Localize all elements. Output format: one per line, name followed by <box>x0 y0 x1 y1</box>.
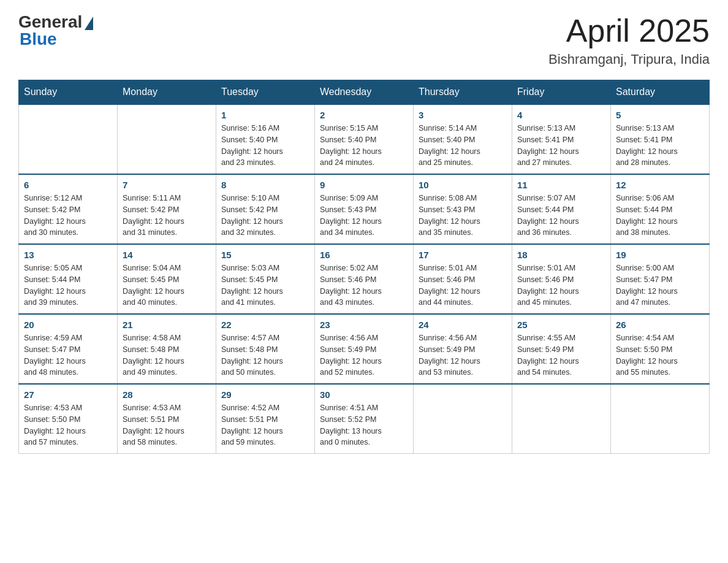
calendar-cell: 17Sunrise: 5:01 AMSunset: 5:46 PMDayligh… <box>414 244 512 314</box>
calendar-cell: 11Sunrise: 5:07 AMSunset: 5:44 PMDayligh… <box>512 174 611 244</box>
day-info: Sunrise: 4:51 AMSunset: 5:52 PMDaylight:… <box>320 402 408 448</box>
day-number: 25 <box>517 320 605 330</box>
week-row-1: 1Sunrise: 5:16 AMSunset: 5:40 PMDaylight… <box>19 104 710 174</box>
day-info: Sunrise: 5:13 AMSunset: 5:41 PMDaylight:… <box>616 123 704 169</box>
header-friday: Friday <box>512 80 611 105</box>
day-number: 21 <box>123 320 211 330</box>
logo: General Blue <box>18 12 93 49</box>
weekday-header-row: SundayMondayTuesdayWednesdayThursdayFrid… <box>19 80 710 105</box>
calendar-cell: 15Sunrise: 5:03 AMSunset: 5:45 PMDayligh… <box>216 244 315 314</box>
day-number: 23 <box>320 320 408 330</box>
calendar-table: SundayMondayTuesdayWednesdayThursdayFrid… <box>18 80 710 454</box>
day-info: Sunrise: 4:53 AMSunset: 5:51 PMDaylight:… <box>123 402 211 448</box>
calendar-cell <box>512 384 611 454</box>
day-info: Sunrise: 5:02 AMSunset: 5:46 PMDaylight:… <box>320 262 408 308</box>
calendar-cell: 4Sunrise: 5:13 AMSunset: 5:41 PMDaylight… <box>512 104 611 174</box>
calendar-cell <box>19 104 118 174</box>
week-row-3: 13Sunrise: 5:05 AMSunset: 5:44 PMDayligh… <box>19 244 710 314</box>
day-number: 2 <box>320 110 408 120</box>
day-info: Sunrise: 4:58 AMSunset: 5:48 PMDaylight:… <box>123 332 211 378</box>
day-info: Sunrise: 5:14 AMSunset: 5:40 PMDaylight:… <box>419 123 507 169</box>
day-number: 13 <box>24 250 112 260</box>
calendar-cell: 29Sunrise: 4:52 AMSunset: 5:51 PMDayligh… <box>216 384 315 454</box>
calendar-cell: 20Sunrise: 4:59 AMSunset: 5:47 PMDayligh… <box>19 314 118 384</box>
day-number: 26 <box>616 320 704 330</box>
calendar-cell: 10Sunrise: 5:08 AMSunset: 5:43 PMDayligh… <box>414 174 512 244</box>
calendar-cell: 25Sunrise: 4:55 AMSunset: 5:49 PMDayligh… <box>512 314 611 384</box>
calendar-cell: 3Sunrise: 5:14 AMSunset: 5:40 PMDaylight… <box>414 104 512 174</box>
day-info: Sunrise: 5:00 AMSunset: 5:47 PMDaylight:… <box>616 262 704 308</box>
day-info: Sunrise: 4:55 AMSunset: 5:49 PMDaylight:… <box>517 332 605 378</box>
day-info: Sunrise: 5:03 AMSunset: 5:45 PMDaylight:… <box>221 262 309 308</box>
day-info: Sunrise: 4:59 AMSunset: 5:47 PMDaylight:… <box>24 332 112 378</box>
page-header: General Blue April 2025 Bishramganj, Tri… <box>18 12 710 67</box>
day-number: 12 <box>616 180 704 190</box>
day-info: Sunrise: 5:01 AMSunset: 5:46 PMDaylight:… <box>517 262 605 308</box>
calendar-cell: 27Sunrise: 4:53 AMSunset: 5:50 PMDayligh… <box>19 384 118 454</box>
day-number: 14 <box>123 250 211 260</box>
day-number: 16 <box>320 250 408 260</box>
day-number: 29 <box>221 389 309 400</box>
calendar-cell <box>118 104 216 174</box>
day-number: 30 <box>320 389 408 400</box>
day-info: Sunrise: 4:56 AMSunset: 5:49 PMDaylight:… <box>419 332 507 378</box>
calendar-cell: 2Sunrise: 5:15 AMSunset: 5:40 PMDaylight… <box>315 104 414 174</box>
day-info: Sunrise: 5:11 AMSunset: 5:42 PMDaylight:… <box>123 193 211 239</box>
header-thursday: Thursday <box>414 80 512 105</box>
day-number: 9 <box>320 180 408 190</box>
day-number: 18 <box>517 250 605 260</box>
calendar-cell: 23Sunrise: 4:56 AMSunset: 5:49 PMDayligh… <box>315 314 414 384</box>
calendar-cell <box>611 384 710 454</box>
day-info: Sunrise: 5:13 AMSunset: 5:41 PMDaylight:… <box>517 123 605 169</box>
day-number: 20 <box>24 320 112 330</box>
day-info: Sunrise: 5:12 AMSunset: 5:42 PMDaylight:… <box>24 193 112 239</box>
calendar-cell: 7Sunrise: 5:11 AMSunset: 5:42 PMDaylight… <box>118 174 216 244</box>
calendar-cell: 30Sunrise: 4:51 AMSunset: 5:52 PMDayligh… <box>315 384 414 454</box>
page-subtitle: Bishramganj, Tripura, India <box>548 52 710 67</box>
day-info: Sunrise: 5:09 AMSunset: 5:43 PMDaylight:… <box>320 193 408 239</box>
calendar-cell: 16Sunrise: 5:02 AMSunset: 5:46 PMDayligh… <box>315 244 414 314</box>
day-info: Sunrise: 5:04 AMSunset: 5:45 PMDaylight:… <box>123 262 211 308</box>
calendar-cell: 9Sunrise: 5:09 AMSunset: 5:43 PMDaylight… <box>315 174 414 244</box>
day-number: 1 <box>221 110 309 120</box>
day-info: Sunrise: 5:16 AMSunset: 5:40 PMDaylight:… <box>221 123 309 169</box>
day-number: 3 <box>419 110 507 120</box>
calendar-cell: 21Sunrise: 4:58 AMSunset: 5:48 PMDayligh… <box>118 314 216 384</box>
day-info: Sunrise: 5:10 AMSunset: 5:42 PMDaylight:… <box>221 193 309 239</box>
day-info: Sunrise: 4:56 AMSunset: 5:49 PMDaylight:… <box>320 332 408 378</box>
title-section: April 2025 Bishramganj, Tripura, India <box>548 12 710 67</box>
day-info: Sunrise: 4:54 AMSunset: 5:50 PMDaylight:… <box>616 332 704 378</box>
day-number: 4 <box>517 110 605 120</box>
day-number: 10 <box>419 180 507 190</box>
calendar-cell: 6Sunrise: 5:12 AMSunset: 5:42 PMDaylight… <box>19 174 118 244</box>
calendar-cell: 5Sunrise: 5:13 AMSunset: 5:41 PMDaylight… <box>611 104 710 174</box>
header-saturday: Saturday <box>611 80 710 105</box>
calendar-cell: 1Sunrise: 5:16 AMSunset: 5:40 PMDaylight… <box>216 104 315 174</box>
day-number: 5 <box>616 110 704 120</box>
calendar-cell: 14Sunrise: 5:04 AMSunset: 5:45 PMDayligh… <box>118 244 216 314</box>
calendar-cell: 8Sunrise: 5:10 AMSunset: 5:42 PMDaylight… <box>216 174 315 244</box>
week-row-5: 27Sunrise: 4:53 AMSunset: 5:50 PMDayligh… <box>19 384 710 454</box>
calendar-cell: 13Sunrise: 5:05 AMSunset: 5:44 PMDayligh… <box>19 244 118 314</box>
day-number: 11 <box>517 180 605 190</box>
calendar-cell: 24Sunrise: 4:56 AMSunset: 5:49 PMDayligh… <box>414 314 512 384</box>
calendar-cell: 28Sunrise: 4:53 AMSunset: 5:51 PMDayligh… <box>118 384 216 454</box>
day-number: 8 <box>221 180 309 190</box>
day-number: 24 <box>419 320 507 330</box>
calendar-cell: 12Sunrise: 5:06 AMSunset: 5:44 PMDayligh… <box>611 174 710 244</box>
week-row-4: 20Sunrise: 4:59 AMSunset: 5:47 PMDayligh… <box>19 314 710 384</box>
calendar-cell: 26Sunrise: 4:54 AMSunset: 5:50 PMDayligh… <box>611 314 710 384</box>
day-info: Sunrise: 4:53 AMSunset: 5:50 PMDaylight:… <box>24 402 112 448</box>
calendar-cell <box>414 384 512 454</box>
day-number: 6 <box>24 180 112 190</box>
header-sunday: Sunday <box>19 80 118 105</box>
page-title: April 2025 <box>548 12 710 49</box>
header-tuesday: Tuesday <box>216 80 315 105</box>
day-number: 28 <box>123 389 211 400</box>
calendar-cell: 22Sunrise: 4:57 AMSunset: 5:48 PMDayligh… <box>216 314 315 384</box>
day-number: 7 <box>123 180 211 190</box>
calendar-cell: 18Sunrise: 5:01 AMSunset: 5:46 PMDayligh… <box>512 244 611 314</box>
day-info: Sunrise: 5:01 AMSunset: 5:46 PMDaylight:… <box>419 262 507 308</box>
header-monday: Monday <box>118 80 216 105</box>
logo-blue-text: Blue <box>20 29 57 49</box>
